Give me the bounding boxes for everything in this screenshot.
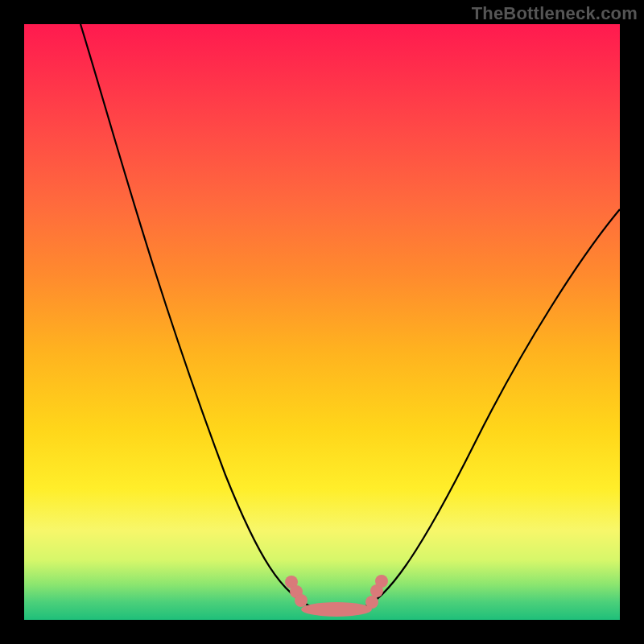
watermark-text: TheBottleneck.com [472, 3, 638, 24]
svg-point-6 [375, 575, 388, 588]
chart-frame: TheBottleneck.com [0, 0, 644, 644]
svg-point-2 [295, 594, 308, 607]
bottleneck-curve-svg [24, 24, 620, 620]
svg-point-3 [301, 602, 372, 617]
optimal-markers [285, 575, 388, 617]
bottleneck-curve [80, 24, 620, 608]
svg-point-4 [365, 596, 378, 609]
plot-area [24, 24, 620, 620]
